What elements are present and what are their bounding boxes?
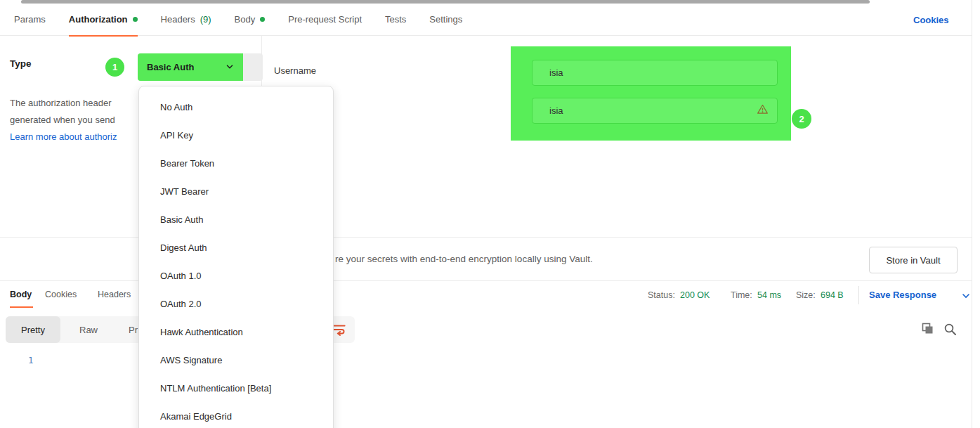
- time-value: 54 ms: [757, 290, 781, 300]
- tab-headers[interactable]: Headers (9): [161, 4, 211, 36]
- dropdown-item-basic-auth[interactable]: Basic Auth: [139, 205, 333, 233]
- annotation-badge-2: 2: [792, 109, 811, 129]
- response-tab-body[interactable]: Body: [10, 290, 32, 299]
- vault-banner-text: re your secrets with end-to-end encrypti…: [335, 254, 593, 264]
- tab-body[interactable]: Body: [235, 4, 266, 36]
- green-dot-icon: [260, 17, 265, 22]
- save-response-button[interactable]: Save Response: [869, 290, 936, 300]
- headers-count: (9): [200, 14, 211, 25]
- password-input[interactable]: [549, 105, 757, 116]
- tab-pre-request-script[interactable]: Pre-request Script: [288, 4, 362, 36]
- dropdown-item-aws-signature[interactable]: AWS Signature: [139, 346, 333, 374]
- response-tab-cookies[interactable]: Cookies: [45, 290, 77, 299]
- green-dot-icon: [133, 17, 138, 22]
- view-tab-preview[interactable]: Pr: [129, 316, 138, 343]
- response-tab-headers[interactable]: Headers: [98, 290, 131, 299]
- size-value: 694 B: [821, 290, 844, 300]
- search-icon[interactable]: [943, 323, 957, 339]
- postman-request-panel: Params Authorization Headers (9) Body Pr…: [0, 0, 980, 428]
- tab-tests[interactable]: Tests: [385, 4, 406, 36]
- dropdown-item-api-key[interactable]: API Key: [139, 121, 333, 149]
- dropdown-item-digest-auth[interactable]: Digest Auth: [139, 233, 333, 261]
- tab-label: Pre-request Script: [288, 14, 362, 25]
- password-field-wrap: [532, 98, 778, 124]
- chevron-down-icon: [226, 61, 234, 74]
- status-value: 200 OK: [680, 290, 710, 300]
- code-line-number: 1: [28, 355, 34, 365]
- tab-label: Params: [14, 14, 46, 25]
- annotation-highlight-box: [511, 46, 791, 141]
- auth-type-label: Type: [10, 58, 32, 69]
- time-label: Time:: [731, 290, 752, 300]
- view-tab-pretty[interactable]: Pretty: [6, 316, 60, 343]
- dropdown-item-hawk-authentication[interactable]: Hawk Authentication: [139, 318, 333, 346]
- tab-settings[interactable]: Settings: [429, 4, 462, 36]
- auth-type-dropdown-menu: No Auth API Key Bearer Token JWT Bearer …: [138, 86, 334, 428]
- dropdown-item-oauth-2[interactable]: OAuth 2.0: [139, 290, 333, 318]
- chevron-down-icon[interactable]: [961, 291, 971, 304]
- tab-label: Authorization: [69, 14, 128, 25]
- username-input[interactable]: [549, 67, 769, 78]
- size-label: Size:: [796, 290, 816, 300]
- view-tab-raw[interactable]: Raw: [79, 316, 98, 343]
- dropdown-item-akamai-edgegrid[interactable]: Akamai EdgeGrid: [139, 402, 333, 428]
- response-tab-underline: [10, 306, 33, 308]
- right-edge-divider: [972, 0, 972, 428]
- dropdown-item-oauth-1[interactable]: OAuth 1.0: [139, 261, 333, 290]
- dropdown-item-bearer-token[interactable]: Bearer Token: [139, 149, 333, 177]
- auth-description-line2: generated when you send: [10, 115, 115, 125]
- store-in-vault-button[interactable]: Store in Vault: [869, 247, 958, 273]
- copy-icon[interactable]: [922, 323, 934, 338]
- username-label: Username: [274, 65, 316, 76]
- annotation-badge-1: 1: [105, 58, 124, 77]
- tab-label: Tests: [385, 14, 406, 25]
- auth-type-value: Basic Auth: [147, 62, 226, 72]
- learn-more-link[interactable]: Learn more about authoriz: [10, 131, 117, 142]
- auth-type-highlight: Basic Auth: [138, 53, 243, 81]
- tab-params[interactable]: Params: [14, 4, 46, 36]
- tab-authorization[interactable]: Authorization: [69, 4, 138, 36]
- request-tab-bar: Params Authorization Headers (9) Body Pr…: [0, 4, 972, 36]
- meta-divider: [858, 286, 859, 304]
- dropdown-item-jwt-bearer[interactable]: JWT Bearer: [139, 177, 333, 205]
- status-label: Status:: [648, 290, 675, 300]
- auth-type-select[interactable]: Basic Auth: [138, 53, 263, 81]
- tab-label: Headers: [161, 14, 195, 25]
- warning-icon: [757, 103, 769, 118]
- auth-description-line1: The authorization header: [10, 98, 112, 108]
- cookies-link[interactable]: Cookies: [913, 15, 949, 25]
- dropdown-item-no-auth[interactable]: No Auth: [139, 93, 333, 121]
- dropdown-item-ntlm-authentication[interactable]: NTLM Authentication [Beta]: [139, 374, 333, 402]
- tab-label: Body: [235, 14, 256, 25]
- username-field-wrap: [532, 60, 778, 86]
- tab-label: Settings: [429, 14, 462, 25]
